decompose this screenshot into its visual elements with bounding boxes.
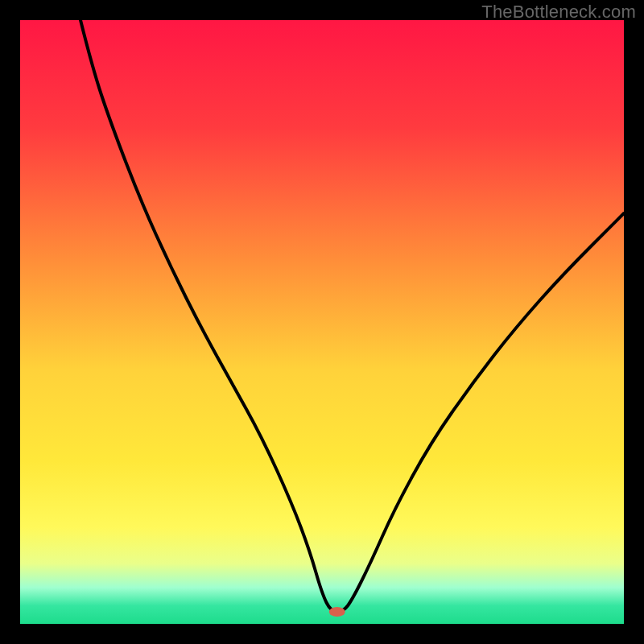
optimal-point-marker bbox=[329, 607, 345, 617]
chart-background-gradient bbox=[20, 20, 624, 624]
bottleneck-chart bbox=[20, 20, 624, 624]
chart-frame bbox=[20, 20, 624, 624]
